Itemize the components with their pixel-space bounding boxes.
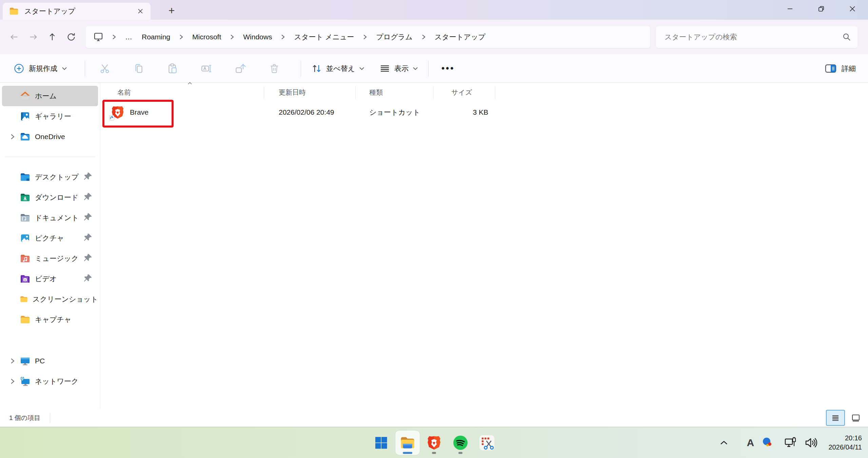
sidebar-item-captures[interactable]: キャプチャ [2,309,98,330]
sidebar-item-home[interactable]: ホーム [2,86,98,106]
sidebar-item-label: PC [35,357,45,365]
tab-close-icon[interactable] [134,5,146,17]
videos-folder-icon [20,273,31,284]
expand-chevron-icon[interactable] [7,127,18,147]
sidebar-item-label: ホーム [35,91,57,101]
pin-icon[interactable] [83,172,93,181]
breadcrumb-windows[interactable]: Windows [242,32,273,42]
sidebar-item-videos[interactable]: ビデオ [2,269,98,289]
pin-icon[interactable] [83,253,93,263]
see-more-button[interactable]: ••• [431,63,465,74]
file-explorer-taskbar-button[interactable] [395,431,420,455]
taskbar-clock[interactable]: 20:16 2026/04/11 [828,434,862,452]
pin-icon[interactable] [83,273,93,283]
restore-button[interactable] [806,0,837,18]
breadcrumb-roaming[interactable]: Roaming [141,32,171,42]
clock-date: 2026/04/11 [828,443,862,452]
toolbar-divider [301,61,301,76]
chevron-up-icon [720,440,728,445]
column-header-size[interactable]: サイズ [451,84,472,100]
address-bar[interactable]: … Roaming Microsoft Windows スタート メニュー プロ… [85,26,650,48]
breadcrumb-microsoft[interactable]: Microsoft [192,32,222,42]
pin-icon[interactable] [83,233,93,242]
spotify-taskbar-button[interactable] [448,431,473,455]
file-explorer-icon [399,435,416,451]
sidebar-item-label: ピクチャ [35,233,64,243]
column-divider[interactable] [495,86,495,99]
expand-chevron-icon[interactable] [7,351,18,371]
sidebar-item-gallery[interactable]: ギャラリー [2,106,98,127]
details-view-toggle[interactable] [826,410,845,426]
refresh-button[interactable] [62,27,81,46]
sidebar-item-downloads[interactable]: ダウンロード [2,187,98,208]
new-tab-button[interactable]: + [165,4,178,17]
hidden-icons-button[interactable] [714,433,733,453]
up-button[interactable] [43,27,62,46]
breadcrumb-programs[interactable]: プログラム [375,31,413,43]
toolbar-divider [428,61,429,76]
snipping-tool-taskbar-button[interactable] [475,431,499,455]
forward-button[interactable] [24,27,43,46]
rename-button[interactable] [190,58,223,79]
back-button[interactable] [5,27,24,46]
column-header-name[interactable]: 名前 [117,84,131,100]
column-divider[interactable] [264,86,264,99]
details-pane-button[interactable]: 詳細 [822,60,859,77]
sidebar-item-music[interactable]: ミュージック [2,248,98,269]
column-header-modified[interactable]: 更新日時 [279,84,306,100]
sort-button[interactable]: 並べ替え [304,60,372,77]
wired-network-icon [784,436,797,450]
pictures-icon [20,233,31,244]
volume-tray-button[interactable] [801,433,821,453]
search-icon[interactable] [842,33,851,41]
close-button[interactable] [837,0,868,18]
column-divider[interactable] [355,86,356,99]
column-divider[interactable] [433,86,434,99]
expand-chevron-icon[interactable] [7,371,18,392]
tray-app-button[interactable] [758,433,777,453]
ime-mode-button[interactable]: A [743,433,758,453]
sidebar-item-pc[interactable]: PC [2,351,98,371]
cut-button[interactable] [88,58,122,79]
minimize-button[interactable] [774,0,806,18]
pin-icon[interactable] [83,212,93,222]
paste-icon [167,63,178,74]
active-app-indicator [403,452,412,454]
delete-button[interactable] [257,58,291,79]
sidebar-item-desktop[interactable]: デスクトップ [2,167,98,187]
column-header-type[interactable]: 種類 [369,84,383,100]
breadcrumb-start-menu[interactable]: スタート メニュー [293,31,355,43]
chevron-down-icon [62,67,67,70]
new-button[interactable]: 新規作成 [10,60,71,77]
file-row-brave[interactable]: Brave 2026/02/06 20:49 ショートカット 3 KB [100,102,868,123]
pc-icon [20,356,31,366]
view-button[interactable]: 表示 [372,60,426,77]
pin-icon[interactable] [83,192,93,202]
sidebar-item-screenshots[interactable]: スクリーンショット [2,289,98,309]
breadcrumb-startup[interactable]: スタートアップ [434,31,486,43]
spotify-icon [452,435,469,451]
start-button[interactable] [369,431,393,455]
clock-time: 20:16 [845,434,862,443]
sidebar-item-onedrive[interactable]: OneDrive [2,127,98,147]
copy-button[interactable] [122,58,156,79]
ime-indicator: A [743,437,758,449]
sidebar-item-documents[interactable]: ドキュメント [2,208,98,228]
system-tray: A 20:16 2026/04/11 [714,427,868,458]
search-input[interactable] [664,33,842,41]
this-pc-icon[interactable] [93,32,104,42]
sidebar-gap [0,330,100,351]
brave-taskbar-button[interactable] [422,431,446,455]
tab-startup[interactable]: スタートアップ [3,3,151,20]
share-button[interactable] [223,58,257,79]
search-box[interactable] [656,26,858,48]
sidebar-item-network[interactable]: ネットワーク [2,371,98,392]
sidebar-item-label: ドキュメント [35,213,79,223]
sidebar-item-pictures[interactable]: ピクチャ [2,228,98,248]
large-icons-view-toggle[interactable] [846,410,865,426]
sidebar-item-label: ネットワーク [35,377,78,386]
share-icon [235,63,246,74]
breadcrumb-ellipsis[interactable]: … [124,32,133,42]
paste-button[interactable] [156,58,190,79]
network-tray-button[interactable] [780,433,801,453]
